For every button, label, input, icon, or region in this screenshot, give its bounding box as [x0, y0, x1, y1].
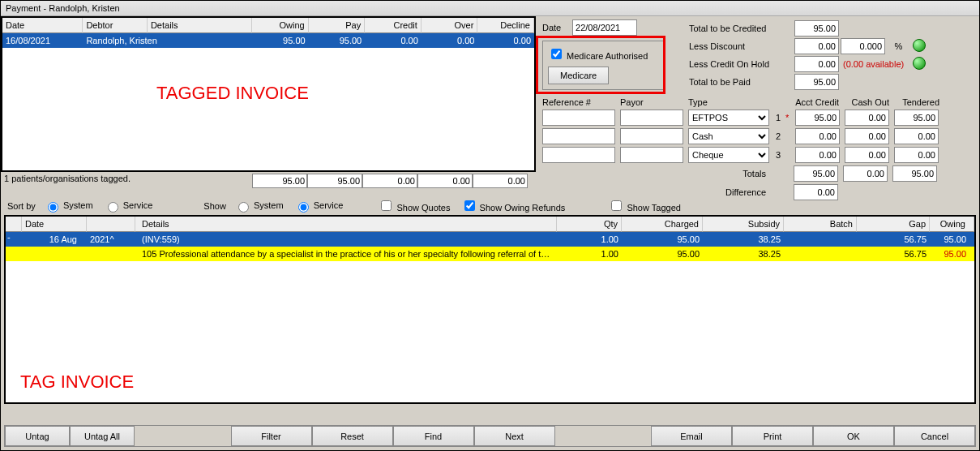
- idx-1: 1: [774, 113, 781, 122]
- date-label: Date: [542, 23, 570, 32]
- cell-date: 16/08/2021: [2, 33, 83, 48]
- hdr-credit: Credit: [365, 18, 422, 33]
- grid-row[interactable]: 16/08/2021 Randolph, Kristen 95.00 95.00…: [2, 33, 534, 48]
- payment-rows: EFTPOS 1 * Cash 2 Cheque: [542, 110, 973, 163]
- show-quotes-check[interactable]: Show Quotes: [378, 198, 450, 213]
- status-dot-2[interactable]: [913, 57, 926, 70]
- cell-owing: 95.00: [252, 33, 309, 48]
- credited-label: Total to be Credited: [688, 19, 794, 37]
- hdr-over: Over: [422, 18, 478, 33]
- invoice-row[interactable]: 16 Aug 2021^ (INV:559) 1.00 95.00 38.25 …: [6, 232, 974, 247]
- pct-sign: %: [894, 41, 902, 51]
- sort-service[interactable]: Service: [104, 200, 153, 213]
- hdr-date: Date: [2, 18, 83, 33]
- cancel-button[interactable]: Cancel: [894, 426, 975, 446]
- type-select-3[interactable]: Cheque: [688, 147, 769, 163]
- pay-row-2: Cash 2: [542, 128, 973, 144]
- paid-label: Total to be Paid: [688, 73, 794, 91]
- cash-1[interactable]: [845, 110, 889, 126]
- idx-3: 3: [774, 150, 781, 160]
- paid-value[interactable]: [794, 74, 839, 90]
- show-service[interactable]: Service: [294, 200, 344, 213]
- medicare-button[interactable]: Medicare: [548, 67, 609, 84]
- type-select-2[interactable]: Cash: [688, 128, 769, 144]
- tot-credit: [362, 174, 417, 188]
- reset-button[interactable]: Reset: [312, 426, 393, 446]
- tagged-invoice-label: TAGGED INVOICE: [156, 83, 309, 104]
- totals-label: Totals: [542, 169, 772, 178]
- acct-3[interactable]: [795, 147, 840, 163]
- discount-value[interactable]: [794, 38, 839, 54]
- lh-owing: Owing: [930, 217, 974, 232]
- show-tagged-check[interactable]: Show Tagged: [608, 198, 681, 213]
- cashout-label: Cash Out: [844, 97, 889, 107]
- grid-header: Date Debtor Details Owing Pay Credit Ove…: [2, 18, 534, 33]
- lh-date: Date: [22, 217, 87, 232]
- payor-input-2[interactable]: [620, 128, 683, 144]
- cell-credit: 0.00: [365, 33, 422, 48]
- medicare-auth-checkbox[interactable]: Medicare Authorised: [548, 51, 648, 61]
- hdr-pay: Pay: [309, 18, 366, 33]
- print-button[interactable]: Print: [732, 426, 813, 446]
- type-select-1[interactable]: EFTPOS: [688, 110, 769, 126]
- cash-3[interactable]: [845, 147, 889, 163]
- lh-charged: Charged: [622, 217, 703, 232]
- credit-hold-label: Less Credit On Hold: [688, 55, 794, 73]
- date-input[interactable]: [572, 19, 637, 36]
- window-title: Payment - Randolph, Kristen: [1, 1, 979, 16]
- tagged-invoice-grid[interactable]: Date Debtor Details Owing Pay Credit Ove…: [1, 16, 536, 172]
- invoice-line-row[interactable]: 105 Professional attendance by a special…: [6, 247, 974, 261]
- medicare-auth-check[interactable]: [551, 49, 562, 59]
- filter-button[interactable]: Filter: [231, 426, 312, 446]
- cell-decline: 0.00: [477, 33, 534, 48]
- untag-all-button[interactable]: Untag All: [70, 426, 135, 446]
- status-dot-1[interactable]: [913, 39, 926, 52]
- tend-3[interactable]: [894, 147, 939, 163]
- tend-2[interactable]: [894, 128, 939, 144]
- hdr-debtor: Debtor: [83, 18, 148, 33]
- sort-system[interactable]: System: [44, 200, 93, 213]
- tend-1[interactable]: [894, 110, 939, 126]
- idx-2: 2: [774, 131, 781, 141]
- pay-row-1: EFTPOS 1 *: [542, 110, 973, 126]
- type-label: Type: [688, 97, 769, 107]
- button-bar: Untag Untag All Filter Reset Find Next E…: [4, 425, 976, 447]
- medicare-auth-label: Medicare Authorised: [567, 51, 648, 61]
- lh-qty: Qty: [557, 217, 622, 232]
- ok-button[interactable]: OK: [813, 426, 894, 446]
- show-system[interactable]: System: [234, 200, 284, 213]
- cell-over: 0.00: [422, 33, 478, 48]
- payor-label: Payor: [620, 97, 683, 107]
- email-button[interactable]: Email: [651, 426, 732, 446]
- tot-over: [417, 174, 473, 188]
- star-1: *: [785, 113, 790, 122]
- lower-header: Date Details Qty Charged Subsidy Batch G…: [6, 217, 974, 232]
- acct-1[interactable]: [795, 110, 840, 126]
- tot-cash: [843, 165, 888, 182]
- payor-input-3[interactable]: [620, 147, 683, 163]
- show-label: Show: [203, 201, 226, 211]
- tendered-label: Tendered: [894, 97, 939, 107]
- ref-input-3[interactable]: [542, 147, 615, 163]
- hdr-details: Details: [148, 18, 252, 33]
- payor-input-1[interactable]: [620, 110, 683, 126]
- show-owing-check[interactable]: Show Owing Refunds: [461, 198, 566, 213]
- tag-invoice-label: TAG INVOICE: [20, 372, 134, 393]
- find-button[interactable]: Find: [393, 426, 474, 446]
- discount-label: Less Discount: [688, 37, 794, 55]
- cash-2[interactable]: [845, 128, 889, 144]
- lh-subsidy: Subsidy: [703, 217, 784, 232]
- credited-value[interactable]: [794, 20, 839, 37]
- acct-2[interactable]: [795, 128, 840, 144]
- ref-input-1[interactable]: [542, 110, 615, 126]
- discount-pct[interactable]: [841, 38, 885, 54]
- ref-input-2[interactable]: [542, 128, 615, 144]
- lh-details: Details: [135, 217, 557, 232]
- tot-tend: [892, 165, 937, 182]
- untag-button[interactable]: Untag: [5, 426, 70, 446]
- next-button[interactable]: Next: [474, 426, 555, 446]
- hdr-owing: Owing: [252, 18, 309, 33]
- credit-hold-value[interactable]: [794, 56, 839, 72]
- invoice-lines-grid[interactable]: Date Details Qty Charged Subsidy Batch G…: [4, 215, 976, 404]
- tot-decline: [473, 174, 528, 188]
